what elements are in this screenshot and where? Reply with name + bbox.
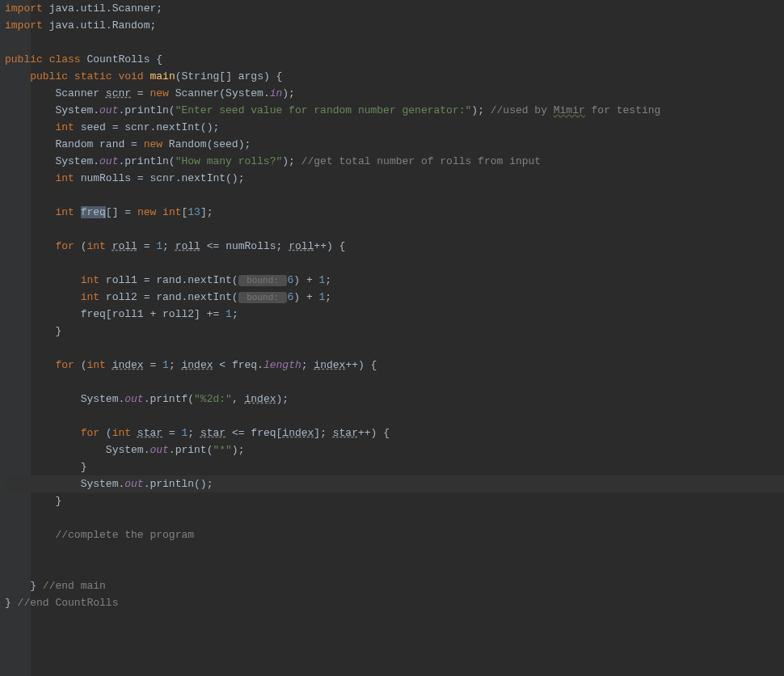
code-line[interactable] xyxy=(5,408,784,425)
code-line[interactable]: public class CountRolls { xyxy=(5,51,784,68)
code-line[interactable] xyxy=(5,187,784,204)
code-line[interactable]: for (int index = 1; index < freq.length;… xyxy=(5,357,784,374)
code-line[interactable]: int numRolls = scnr.nextInt(); xyxy=(5,170,784,187)
code-line[interactable] xyxy=(5,543,784,560)
code-line[interactable]: freq[roll1 + roll2] += 1; xyxy=(5,306,784,323)
code-line[interactable]: } xyxy=(5,492,784,509)
code-line[interactable] xyxy=(5,221,784,238)
code-line[interactable]: System.out.println("How many rolls?"); /… xyxy=(5,153,784,170)
code-line[interactable]: for (int roll = 1; roll <= numRolls; rol… xyxy=(5,238,784,255)
code-line[interactable]: int seed = scnr.nextInt(); xyxy=(5,119,784,136)
code-line[interactable]: int freq[] = new int[13]; xyxy=(5,204,784,221)
code-line[interactable]: } xyxy=(5,458,784,475)
code-line[interactable]: System.out.println("Enter seed value for… xyxy=(5,102,784,119)
code-line[interactable]: System.out.printf("%2d:", index); xyxy=(5,391,784,408)
param-hint: bound: xyxy=(238,275,288,286)
code-line[interactable]: int roll1 = rand.nextInt( bound: 6) + 1; xyxy=(5,272,784,289)
param-hint: bound: xyxy=(238,292,288,303)
code-line[interactable]: } //end CountRolls xyxy=(5,594,784,611)
code-line[interactable]: } //end main xyxy=(5,577,784,594)
code-line[interactable] xyxy=(5,34,784,51)
code-line[interactable] xyxy=(5,374,784,391)
code-line-current[interactable]: System.out.println(); xyxy=(5,475,784,492)
code-line[interactable]: import java.util.Scanner; xyxy=(5,0,784,17)
code-line[interactable]: for (int star = 1; star <= freq[index]; … xyxy=(5,425,784,442)
code-line[interactable] xyxy=(5,509,784,526)
code-line[interactable]: int roll2 = rand.nextInt( bound: 6) + 1; xyxy=(5,289,784,306)
code-line[interactable] xyxy=(5,255,784,272)
code-line[interactable]: } xyxy=(5,323,784,340)
code-line[interactable]: System.out.print("*"); xyxy=(5,442,784,458)
code-line[interactable] xyxy=(5,560,784,577)
code-line[interactable]: import java.util.Random; xyxy=(5,17,784,34)
code-line[interactable]: Scanner scnr = new Scanner(System.in); xyxy=(5,85,784,102)
code-line[interactable] xyxy=(5,340,784,357)
code-line[interactable]: public static void main(String[] args) { xyxy=(5,68,784,85)
code-line[interactable]: Random rand = new Random(seed); xyxy=(5,136,784,153)
code-line[interactable]: //complete the program xyxy=(5,526,784,543)
code-editor[interactable]: import java.util.Scanner; import java.ut… xyxy=(5,0,784,611)
